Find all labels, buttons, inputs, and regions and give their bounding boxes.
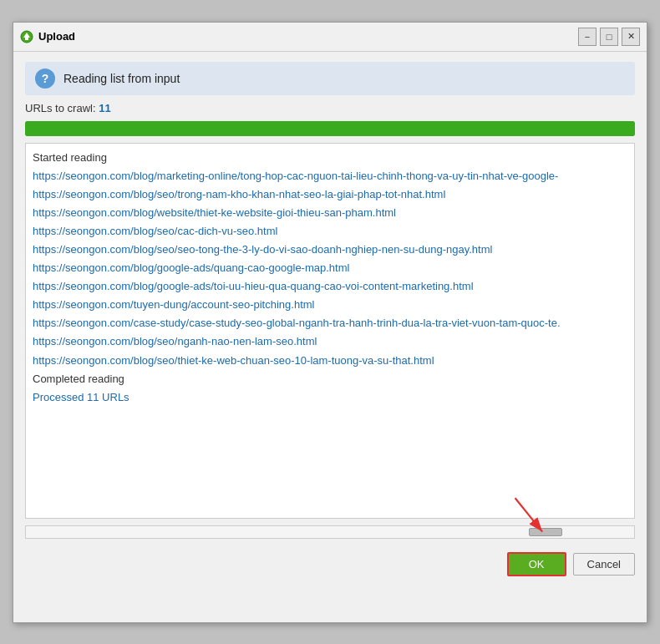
info-banner: ? Reading list from input xyxy=(25,62,635,95)
title-bar: Upload − □ ✕ xyxy=(13,23,647,52)
log-line[interactable]: Processed 11 URLs xyxy=(33,388,627,407)
dialog-title: Upload xyxy=(38,30,75,43)
progress-bar-container xyxy=(25,121,635,136)
upload-dialog: Upload − □ ✕ ? Reading list from input U… xyxy=(13,22,647,623)
button-row: OK Cancel xyxy=(25,545,635,580)
log-line[interactable]: https://seongon.com/blog/website/thiet-k… xyxy=(33,204,627,222)
log-line: Completed reading xyxy=(33,370,627,388)
log-line[interactable]: https://seongon.com/blog/seo/thiet-ke-we… xyxy=(33,352,627,370)
scrollbar-thumb[interactable] xyxy=(529,528,562,536)
log-line[interactable]: https://seongon.com/blog/marketing-onlin… xyxy=(33,167,627,185)
log-line[interactable]: https://seongon.com/blog/seo/nganh-nao-n… xyxy=(33,332,627,351)
log-line: Started reading xyxy=(33,149,627,167)
log-line[interactable]: https://seongon.com/blog/google-ads/quan… xyxy=(33,259,627,277)
ok-button[interactable]: OK xyxy=(507,552,566,576)
log-container[interactable]: Started readinghttps://seongon.com/blog/… xyxy=(25,143,635,519)
banner-title: Reading list from input xyxy=(63,72,180,85)
close-button[interactable]: ✕ xyxy=(622,28,640,46)
scrollbar-area[interactable] xyxy=(25,525,635,539)
log-line[interactable]: https://seongon.com/tuyen-dung/account-s… xyxy=(33,296,627,314)
log-line[interactable]: https://seongon.com/blog/seo/seo-tong-th… xyxy=(33,241,627,259)
cancel-button[interactable]: Cancel xyxy=(573,553,635,576)
minimize-button[interactable]: − xyxy=(578,28,597,46)
urls-label: URLs to crawl: xyxy=(25,102,96,114)
log-line[interactable]: https://seongon.com/blog/google-ads/toi-… xyxy=(33,277,627,296)
svg-rect-2 xyxy=(25,38,28,40)
question-icon: ? xyxy=(35,68,55,89)
log-line[interactable]: https://seongon.com/blog/seo/trong-nam-k… xyxy=(33,185,627,204)
urls-count-row: URLs to crawl: 11 xyxy=(25,102,635,114)
urls-count: 11 xyxy=(99,102,110,114)
upload-icon xyxy=(20,30,33,43)
title-bar-buttons: − □ ✕ xyxy=(578,28,640,46)
log-line[interactable]: https://seongon.com/blog/seo/cac-dich-vu… xyxy=(33,222,627,241)
log-line[interactable]: https://seongon.com/case-study/case-stud… xyxy=(33,314,627,332)
dialog-body: ? Reading list from input URLs to crawl:… xyxy=(13,52,647,622)
maximize-button[interactable]: □ xyxy=(600,28,618,46)
title-bar-left: Upload xyxy=(20,30,75,43)
progress-bar-fill xyxy=(25,121,635,136)
